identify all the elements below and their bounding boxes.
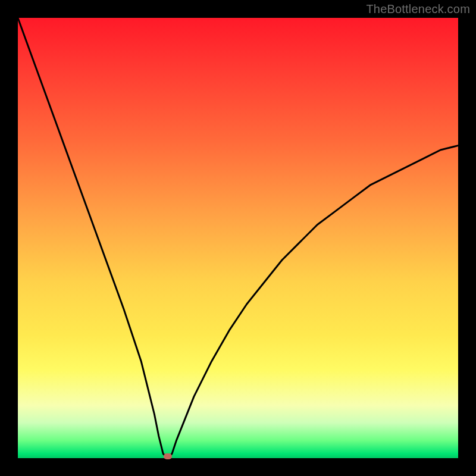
- bottleneck-curve: [18, 18, 458, 458]
- chart-frame: TheBottleneck.com: [0, 0, 476, 476]
- optimum-marker: [164, 453, 172, 459]
- plot-area: [18, 18, 458, 458]
- curve-svg: [18, 18, 458, 458]
- watermark-text: TheBottleneck.com: [366, 2, 470, 16]
